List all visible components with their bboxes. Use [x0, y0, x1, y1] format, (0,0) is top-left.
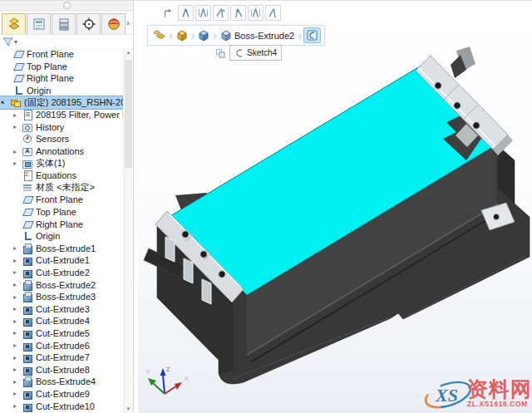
filter-feature-icon: [22, 110, 32, 120]
tree-item[interactable]: Top Plane: [0, 206, 124, 219]
expand-arrow-icon[interactable]: [13, 257, 22, 264]
cut-extrude-icon: [22, 365, 32, 375]
expand-arrow-icon[interactable]: [13, 329, 22, 337]
equations-icon: [22, 170, 32, 180]
sketch-callout-label: Sketch4: [247, 48, 277, 57]
expand-arrow-icon[interactable]: [13, 378, 22, 386]
terminal-screw: [435, 82, 441, 89]
tree-item[interactable]: Sensors: [0, 133, 124, 145]
tree-item[interactable]: 208195 Filter, Power Line: [0, 109, 124, 121]
tree-item[interactable]: 材质 <未指定>: [0, 182, 124, 194]
breadcrumb-sketch-selected[interactable]: [303, 27, 321, 43]
expand-arrow-icon[interactable]: [13, 123, 22, 130]
x-axis-label: X: [185, 376, 189, 381]
display-manager-icon: [107, 17, 121, 31]
tab-configuration-manager[interactable]: [52, 13, 76, 34]
collapse-arrow-icon[interactable]: [2, 99, 11, 106]
tree-item[interactable]: Cut-Extrude9: [0, 388, 124, 401]
tree-item[interactable]: Cut-Extrude10: [0, 400, 124, 412]
filter-dropdown-arrow[interactable]: ▾: [14, 38, 17, 46]
tree-item[interactable]: Front Plane: [0, 194, 124, 206]
graphics-viewport[interactable]: Boss-Extrude2 Sketch4 Z Y X: [138, 1, 532, 413]
solidworks-window: › ▾ Front Plane Top Plane Right Plane Or…: [0, 0, 532, 413]
tree-item[interactable]: Cut-Extrude4: [0, 315, 124, 327]
breadcrumb-feature[interactable]: Boss-Extrude2: [219, 29, 296, 42]
expand-arrow-icon[interactable]: [13, 390, 22, 397]
expand-arrow-icon[interactable]: [13, 281, 22, 288]
mate-icon[interactable]: [213, 5, 229, 21]
tree-item[interactable]: Origin: [0, 230, 124, 243]
history-folder-icon: [22, 122, 32, 132]
mate-icon[interactable]: [265, 5, 281, 21]
breadcrumb-body[interactable]: [196, 29, 211, 42]
tree-item[interactable]: Cut-Extrude8: [0, 363, 124, 376]
breadcrumb-part[interactable]: [175, 29, 190, 42]
expand-arrow-icon[interactable]: [13, 354, 22, 361]
tab-feature-tree[interactable]: [2, 13, 26, 34]
expand-arrow-icon[interactable]: [13, 160, 22, 167]
tree-item[interactable]: Cut-Extrude5: [0, 327, 124, 340]
tree-scrollbar[interactable]: [123, 48, 133, 413]
scrollbar-up-icon[interactable]: [124, 48, 133, 57]
tree-item[interactable]: Right Plane: [0, 72, 124, 85]
mate-icon[interactable]: [178, 5, 194, 21]
tree-item[interactable]: Cut-Extrude3: [0, 302, 124, 315]
plane-icon: [13, 61, 23, 71]
pin-arrow-icon[interactable]: [163, 8, 173, 18]
tree-item[interactable]: Cut-Extrude6: [0, 339, 124, 352]
cut-extrude-icon: [22, 352, 32, 362]
tree-item[interactable]: Cut-Extrude1: [0, 254, 124, 267]
tab-overflow-chevron[interactable]: ›: [126, 17, 130, 27]
expand-arrow-icon[interactable]: [13, 293, 22, 301]
expand-arrow-icon[interactable]: [13, 402, 22, 410]
tree-item[interactable]: Origin: [0, 85, 124, 97]
tree-item[interactable]: Boss-Extrude3: [0, 291, 124, 303]
y-axis-label: Y: [146, 369, 150, 375]
expand-arrow-icon[interactable]: [13, 268, 22, 276]
tree-item[interactable]: Cut-Extrude2: [0, 267, 124, 279]
expand-arrow-icon[interactable]: [13, 111, 22, 119]
expand-arrow-icon[interactable]: [13, 366, 22, 373]
cut-extrude-icon: [22, 316, 32, 326]
material-icon: [22, 183, 32, 193]
panel-splitter-handle[interactable]: [63, 2, 71, 9]
tree-item[interactable]: Top Plane: [0, 61, 124, 73]
feature-tree-icon: [7, 17, 21, 31]
sketch-callout[interactable]: Sketch4: [229, 45, 282, 61]
scrollbar-thumb[interactable]: [125, 60, 132, 168]
breadcrumb-assembly[interactable]: [151, 28, 167, 42]
breadcrumb: Boss-Extrude2: [147, 25, 325, 46]
sensors-icon: [22, 134, 32, 144]
tree-item[interactable]: Boss-Extrude1: [0, 243, 124, 255]
expand-arrow-icon[interactable]: [13, 244, 22, 252]
tree-item[interactable]: History: [0, 121, 124, 134]
expand-arrow-icon[interactable]: [13, 148, 22, 155]
mate-icon[interactable]: [230, 5, 246, 21]
watermark-site-name: 资料网: [467, 379, 532, 400]
scrollbar-down-icon[interactable]: [124, 405, 133, 413]
tree-item[interactable]: Cut-Extrude7: [0, 352, 124, 364]
tab-dimxpert-manager[interactable]: [76, 13, 101, 34]
filter-funnel-icon[interactable]: [2, 37, 13, 47]
tree-item[interactable]: 实体(1): [0, 157, 124, 170]
tab-display-manager[interactable]: [101, 13, 126, 34]
tree-item-selected[interactable]: (固定) 208195_RSHN-2016D: [0, 96, 124, 109]
tab-property-manager[interactable]: [27, 13, 51, 34]
mate-icon[interactable]: [248, 5, 264, 21]
tree-item[interactable]: Right Plane: [0, 218, 124, 230]
z-axis-arrow: [160, 368, 166, 376]
terminal-fin: [184, 258, 193, 283]
3d-model[interactable]: [138, 1, 532, 413]
tree-item[interactable]: Annotations: [0, 145, 124, 158]
mate-icon[interactable]: [195, 5, 211, 21]
expand-arrow-icon[interactable]: [13, 342, 22, 349]
expand-arrow-icon[interactable]: [13, 317, 22, 325]
watermark: XS 资料网 ZL.XS1616.COM: [421, 374, 532, 412]
tree-item[interactable]: Equations: [0, 170, 124, 182]
tree-item[interactable]: Boss-Extrude4: [0, 376, 124, 388]
watermark-site-url: ZL.XS1616.COM: [467, 401, 532, 408]
tree-item[interactable]: Front Plane: [0, 48, 124, 61]
cut-extrude-icon: [22, 304, 32, 314]
tree-item[interactable]: Boss-Extrude2: [0, 278, 124, 291]
expand-arrow-icon[interactable]: [13, 305, 22, 312]
